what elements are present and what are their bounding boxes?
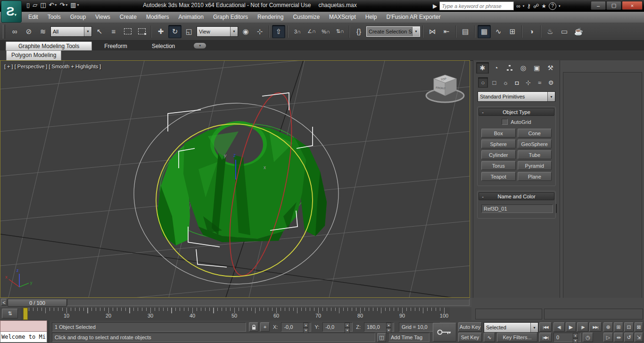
graphite-modeling-tools-icon[interactable]: ▦ (478, 25, 491, 38)
select-and-scale-icon[interactable]: ◱ (182, 25, 196, 38)
tab-selection[interactable]: Selection (140, 42, 187, 50)
viewport-label[interactable]: [ + ] [ Perspective ] [ Smooth + Highlig… (4, 64, 101, 69)
open-file-icon[interactable]: ▱ (33, 1, 37, 8)
systems-icon[interactable]: ⚙ (546, 77, 556, 88)
previous-frame-icon[interactable]: ◀|| (553, 322, 565, 332)
y-spinner[interactable]: ▴▾ (345, 323, 350, 331)
display-tab-icon[interactable]: ▣ (530, 62, 543, 74)
x-coordinate-field[interactable]: -0,0 ▴▾ (281, 322, 311, 332)
utilities-tab-icon[interactable]: ⚒ (544, 62, 557, 74)
named-selection-sets-icon[interactable]: {} (352, 25, 365, 38)
tab-freeform[interactable]: Freeform (92, 42, 140, 50)
application-menu-button[interactable]: Ƨ▾ (1, 0, 22, 23)
space-warps-icon[interactable]: ≈ (535, 77, 545, 88)
select-and-rotate-icon[interactable]: ↻ (168, 25, 182, 38)
schematic-view-icon[interactable]: ⊞ (506, 25, 519, 38)
material-editor-icon[interactable]: ◑ (525, 25, 538, 38)
render-production-icon[interactable]: ☕ (572, 25, 585, 38)
window-crossing-icon[interactable] (135, 25, 149, 38)
menu-animation[interactable]: Animation (174, 12, 208, 22)
render-setup-icon[interactable]: ♨ (544, 25, 557, 38)
redo-icon[interactable]: ↷ (59, 1, 65, 8)
menu-dfusion[interactable]: D'Fusion AR Exporter (381, 12, 445, 22)
button-box[interactable]: Box (481, 129, 516, 138)
tab-graphite-modeling-tools[interactable]: Graphite Modeling Tools (6, 41, 92, 50)
zoom-all-icon[interactable]: ⊞ (614, 322, 623, 332)
keyboard-shortcut-override-icon[interactable]: ⇧ (272, 25, 285, 38)
listener-macro-row[interactable] (0, 320, 47, 332)
menu-graph-editors[interactable]: Graph Editors (208, 12, 253, 22)
button-cylinder[interactable]: Cylinder (481, 150, 516, 159)
button-pyramid[interactable]: Pyramid (518, 161, 552, 170)
key-mode-toggle-icon[interactable]: |◀▶| (539, 333, 552, 342)
zoom-extents-all-icon[interactable]: ⊠ (635, 322, 643, 332)
shapes-icon[interactable]: □ (489, 77, 499, 88)
redo-flyout-icon[interactable]: ▾ (66, 3, 67, 7)
polygon-modeling-panel-tab[interactable]: Polygon Modeling (6, 50, 61, 60)
button-plane[interactable]: Plane (518, 172, 552, 181)
angle-snap-icon[interactable]: ∠∩ (305, 25, 318, 38)
z-spinner[interactable]: ▴▾ (386, 323, 391, 331)
menu-maxscript[interactable]: MAXScript (324, 12, 361, 22)
menu-group[interactable]: Group (66, 12, 91, 22)
snap-toggle-icon[interactable]: 3∩ (291, 25, 304, 38)
key-selection-mode-dropdown[interactable]: Selected ▼ (484, 322, 538, 333)
layer-manager-icon[interactable]: ▤ (459, 25, 472, 38)
track-bar-ruler[interactable]: 0 10 20 30 40 50 60 70 80 90 100 (21, 307, 450, 320)
button-cone[interactable]: Cone (518, 129, 552, 138)
unlink-selection-icon[interactable]: ⊘ (22, 25, 35, 38)
y-coordinate-field[interactable]: -0,0 ▴▾ (322, 322, 353, 332)
add-time-tag-field[interactable]: Add Time Tag (388, 333, 429, 342)
favorites-star-icon[interactable]: ★ (541, 3, 546, 9)
search-input[interactable] (439, 1, 514, 10)
spinner-snap-icon[interactable]: ⇅∩ (333, 25, 347, 38)
use-pivot-center-icon[interactable]: ◉ (239, 25, 252, 38)
menu-rendering[interactable]: Rendering (253, 12, 288, 22)
current-frame-field[interactable]: 0 ▴▾ (553, 333, 581, 342)
menu-edit[interactable]: Edit (24, 12, 43, 22)
communication-center-icon[interactable]: ☍ (533, 3, 539, 9)
search-binoculars-icon[interactable]: ∞ (516, 3, 520, 9)
menu-help[interactable]: Help (361, 12, 382, 22)
toolbar-grip[interactable] (3, 24, 5, 39)
geometry-icon[interactable]: ○ (478, 77, 488, 88)
select-and-manipulate-icon[interactable]: ⊹ (253, 25, 266, 38)
new-file-icon[interactable]: ▯ (26, 1, 30, 8)
hierarchy-tab-icon[interactable] (504, 62, 516, 74)
create-tab-icon[interactable]: ✱ (476, 62, 489, 74)
zoom-icon[interactable]: ⊕ (603, 322, 613, 332)
select-object-icon[interactable]: ↖ (93, 25, 106, 38)
selection-lock-icon[interactable] (249, 322, 258, 332)
select-and-link-icon[interactable]: ∞ (8, 25, 21, 38)
modify-tab-icon[interactable]: ◔ (490, 62, 503, 74)
help-flyout-icon[interactable]: ▾ (559, 4, 561, 8)
go-to-start-icon[interactable]: |◀◀ (539, 322, 552, 332)
time-configuration-icon[interactable]: ◷ (583, 333, 593, 342)
minimize-button[interactable]: – (591, 1, 606, 10)
bind-to-space-warp-icon[interactable]: ≋ (36, 25, 50, 38)
select-and-move-icon[interactable]: ✚ (154, 25, 167, 38)
ribbon-minimize-toggle[interactable]: ▾ (194, 43, 206, 49)
z-coordinate-field[interactable]: 180,0 ▴▾ (364, 322, 394, 332)
open-mini-curve-editor-button[interactable]: ⇅ (2, 309, 18, 318)
name-color-rollout-header[interactable]: - Name and Color (479, 192, 554, 200)
perspective-viewport[interactable]: z y x x y z TOP FRONT [ (0, 60, 470, 298)
default-tangent-icon[interactable]: ∿ (484, 333, 495, 342)
help-icon[interactable]: ? (549, 2, 556, 10)
object-name-field[interactable] (481, 204, 553, 213)
menu-modifiers[interactable]: Modifiers (141, 12, 174, 22)
frame-spinner[interactable]: ▴▾ (573, 333, 578, 342)
time-slider-track[interactable] (67, 299, 470, 306)
maximize-viewport-toggle-icon[interactable]: ⇲ (635, 333, 643, 342)
autogrid-checkbox[interactable] (502, 119, 508, 125)
set-keys-button[interactable] (433, 323, 456, 342)
curve-editor-icon[interactable]: ∿ (492, 25, 505, 38)
named-selection-set-dropdown[interactable]: Create Selection Se ▼ (366, 26, 420, 37)
menu-views[interactable]: Views (91, 12, 115, 22)
previous-frame-slider-button[interactable]: < (1, 299, 7, 306)
button-geosphere[interactable]: GeoSphere (518, 139, 552, 148)
maximize-button[interactable]: ▢ (606, 1, 621, 10)
rectangular-selection-region-icon[interactable] (121, 25, 134, 38)
selection-filter-dropdown[interactable]: All ▼ (50, 26, 92, 37)
time-slider-handle[interactable]: 0 / 100 (8, 299, 67, 307)
